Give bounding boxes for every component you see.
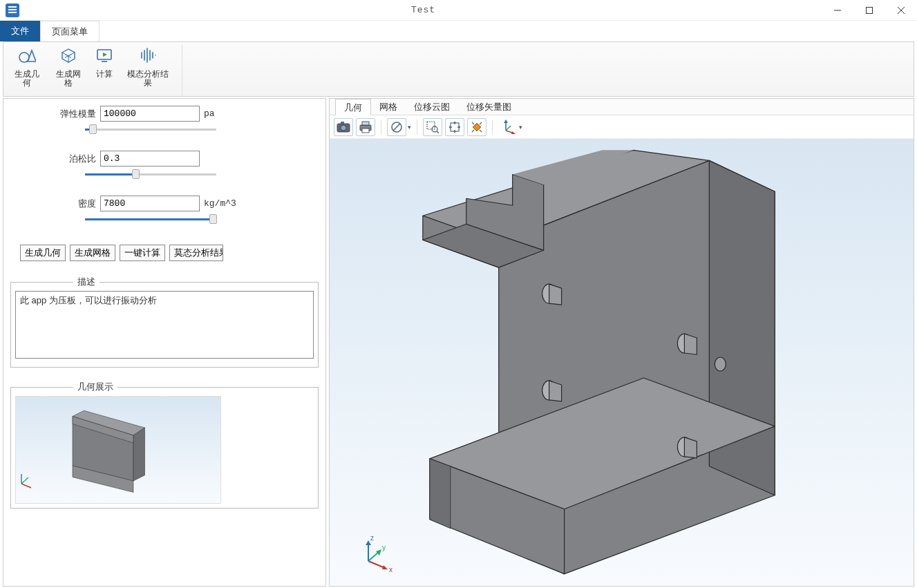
elastic-modulus-input[interactable] xyxy=(100,106,200,122)
svg-line-13 xyxy=(21,484,31,488)
sphere-cone-icon xyxy=(18,46,36,64)
tab-file[interactable]: 文件 xyxy=(0,21,40,41)
modal-results-button[interactable]: 莫态分析结果 xyxy=(169,245,223,261)
svg-text:z: z xyxy=(370,534,374,542)
elastic-modulus-unit: pa xyxy=(204,108,215,119)
viewport-panel: 几何 网格 位移云图 位移矢量图 ▾ xyxy=(329,98,914,587)
gen-geometry-button[interactable]: 生成几何 xyxy=(20,245,66,261)
svg-marker-30 xyxy=(504,120,508,123)
mesh-cube-icon xyxy=(59,46,77,64)
svg-marker-32 xyxy=(511,131,516,134)
dropdown-caret-icon[interactable]: ▾ xyxy=(519,124,522,131)
svg-line-26 xyxy=(437,131,439,133)
elastic-modulus-slider[interactable] xyxy=(85,123,216,135)
print-icon[interactable] xyxy=(356,118,375,136)
svg-rect-18 xyxy=(341,122,344,124)
titlebar: Test xyxy=(0,0,917,21)
ribbon-gen-geometry-label: 生成几何 xyxy=(12,70,42,88)
play-monitor-icon xyxy=(95,46,113,64)
poisson-ratio-input[interactable] xyxy=(100,151,200,167)
description-text[interactable]: 此 app 为压板，可以进行振动分析 xyxy=(15,291,314,359)
properties-panel: 弹性模量 pa 泊松比 密度 xyxy=(3,98,326,587)
zoom-selection-icon[interactable] xyxy=(467,118,486,136)
svg-rect-21 xyxy=(362,129,369,133)
dropdown-caret-icon[interactable]: ▾ xyxy=(408,124,411,131)
ribbon: 生成几何 生成网格 计算 模态分析结果 xyxy=(3,42,914,96)
poisson-ratio-slider[interactable] xyxy=(85,168,216,180)
zoom-box-icon[interactable] xyxy=(423,118,442,136)
tab-page-menu[interactable]: 页面菜单 xyxy=(40,21,100,41)
close-button[interactable] xyxy=(885,0,917,21)
svg-line-23 xyxy=(393,124,400,131)
ribbon-gen-mesh[interactable]: 生成网格 xyxy=(48,45,89,89)
geometry-preview-viewport[interactable] xyxy=(15,396,221,504)
ribbon-gen-geometry[interactable]: 生成几何 xyxy=(6,45,48,89)
fit-extents-icon[interactable] xyxy=(445,118,464,136)
svg-rect-24 xyxy=(427,122,435,129)
svg-marker-10 xyxy=(133,428,145,481)
svg-marker-50 xyxy=(382,565,388,569)
svg-text:x: x xyxy=(389,566,393,572)
svg-line-14 xyxy=(21,477,28,484)
gen-mesh-button[interactable]: 生成网格 xyxy=(70,245,115,261)
menubar: 文件 页面菜单 xyxy=(0,21,917,41)
waveform-icon xyxy=(139,46,157,64)
svg-point-17 xyxy=(341,125,346,131)
view-tab-mesh[interactable]: 网格 xyxy=(371,99,406,115)
view-tabs: 几何 网格 位移云图 位移矢量图 xyxy=(330,99,914,115)
svg-text:y: y xyxy=(382,544,386,551)
camera-icon[interactable] xyxy=(334,118,353,136)
svg-marker-43 xyxy=(430,459,451,529)
svg-rect-2 xyxy=(867,7,873,13)
geometry-preview-legend: 几何展示 xyxy=(73,381,117,393)
view-tab-displacement-vector[interactable]: 位移矢量图 xyxy=(458,99,520,115)
axis-orientation-icon[interactable] xyxy=(498,118,518,136)
window-title: Test xyxy=(25,5,822,15)
geometry-preview-fieldset: 几何展示 xyxy=(10,387,319,509)
description-legend: 描述 xyxy=(73,276,100,288)
view-toolbar: ▾ ▾ xyxy=(330,115,914,139)
svg-line-33 xyxy=(506,126,511,131)
ribbon-modal-results-label: 模态分析结果 xyxy=(125,70,171,88)
ribbon-compute-label: 计算 xyxy=(96,70,113,79)
axis-gizmo: x y z xyxy=(357,531,399,572)
poisson-ratio-label: 泊松比 xyxy=(57,153,96,165)
no-entry-icon[interactable] xyxy=(387,118,406,136)
ribbon-compute[interactable]: 计算 xyxy=(89,45,120,80)
ribbon-modal-results[interactable]: 模态分析结果 xyxy=(120,45,176,89)
app-icon xyxy=(4,2,21,19)
maximize-button[interactable] xyxy=(853,0,885,21)
svg-point-48 xyxy=(715,357,726,371)
density-unit: kg/m^3 xyxy=(204,198,236,209)
elastic-modulus-label: 弹性模量 xyxy=(57,108,96,120)
density-label: 密度 xyxy=(57,198,96,210)
view-tab-geometry[interactable]: 几何 xyxy=(335,99,371,115)
one-click-compute-button[interactable]: 一键计算 xyxy=(120,245,165,261)
view-tab-displacement-cloud[interactable]: 位移云图 xyxy=(406,99,458,115)
ribbon-gen-mesh-label: 生成网格 xyxy=(53,70,84,88)
minimize-button[interactable] xyxy=(822,0,853,21)
density-input[interactable] xyxy=(100,196,200,211)
svg-rect-20 xyxy=(362,122,369,125)
description-fieldset: 描述 此 app 为压板，可以进行振动分析 xyxy=(10,282,319,368)
svg-line-49 xyxy=(368,561,385,568)
density-slider[interactable] xyxy=(85,213,216,225)
main-viewport[interactable]: x y z xyxy=(330,139,914,586)
svg-rect-28 xyxy=(473,123,480,131)
